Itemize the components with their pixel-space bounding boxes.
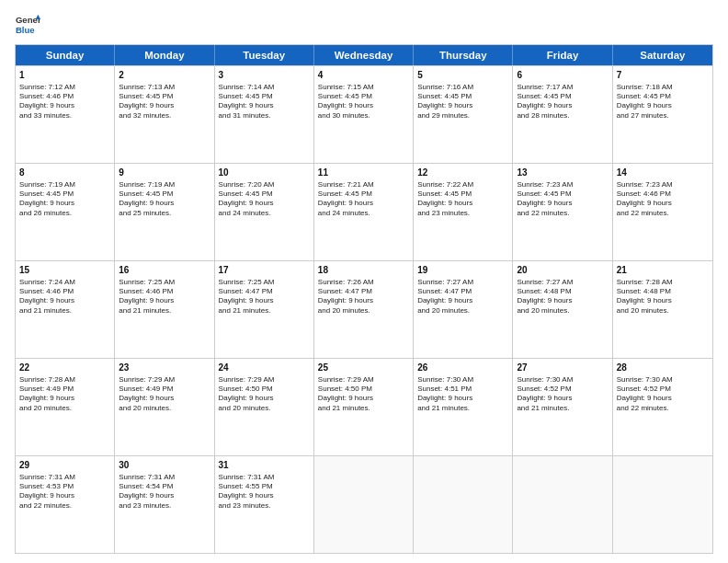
day-cell-31: 31Sunrise: 7:31 AM Sunset: 4:55 PM Dayli… [215,456,314,553]
day-number: 11 [318,167,409,179]
day-info: Sunrise: 7:16 AM Sunset: 4:45 PM Dayligh… [417,83,508,121]
day-number: 29 [19,459,110,472]
day-info: Sunrise: 7:27 AM Sunset: 4:47 PM Dayligh… [417,278,508,316]
day-number: 6 [517,69,608,82]
day-info: Sunrise: 7:31 AM Sunset: 4:53 PM Dayligh… [19,473,110,511]
day-info: Sunrise: 7:29 AM Sunset: 4:50 PM Dayligh… [219,375,310,414]
day-number: 20 [517,264,608,277]
day-info: Sunrise: 7:19 AM Sunset: 4:45 PM Dayligh… [19,180,110,219]
header-day-saturday: Saturday [613,45,712,65]
day-info: Sunrise: 7:14 AM Sunset: 4:45 PM Dayligh… [219,83,310,121]
day-info: Sunrise: 7:20 AM Sunset: 4:45 PM Dayligh… [219,180,310,219]
day-number: 18 [318,264,409,277]
day-number: 1 [19,69,110,82]
header-day-monday: Monday [115,45,214,65]
day-cell-19: 19Sunrise: 7:27 AM Sunset: 4:47 PM Dayli… [414,261,513,358]
day-number: 31 [219,459,310,472]
day-info: Sunrise: 7:12 AM Sunset: 4:46 PM Dayligh… [19,83,110,121]
day-cell-8: 8Sunrise: 7:19 AM Sunset: 4:45 PM Daylig… [16,164,115,260]
day-info: Sunrise: 7:31 AM Sunset: 4:55 PM Dayligh… [219,473,310,511]
day-info: Sunrise: 7:23 AM Sunset: 4:46 PM Dayligh… [617,180,709,219]
day-cell-3: 3Sunrise: 7:14 AM Sunset: 4:45 PM Daylig… [215,66,314,163]
day-cell-30: 30Sunrise: 7:31 AM Sunset: 4:54 PM Dayli… [115,456,214,553]
day-info: Sunrise: 7:26 AM Sunset: 4:47 PM Dayligh… [318,278,409,316]
day-cell-15: 15Sunrise: 7:24 AM Sunset: 4:46 PM Dayli… [16,261,115,358]
day-number: 9 [119,167,210,179]
day-number: 10 [219,167,310,179]
day-number: 5 [417,69,508,82]
logo-icon: General Blue [15,13,40,39]
day-cell-17: 17Sunrise: 7:25 AM Sunset: 4:47 PM Dayli… [215,261,314,358]
calendar-body: 1Sunrise: 7:12 AM Sunset: 4:46 PM Daylig… [16,65,712,553]
day-info: Sunrise: 7:21 AM Sunset: 4:45 PM Dayligh… [318,180,409,219]
day-number: 30 [119,459,210,472]
day-info: Sunrise: 7:28 AM Sunset: 4:49 PM Dayligh… [19,375,110,414]
day-cell-29: 29Sunrise: 7:31 AM Sunset: 4:53 PM Dayli… [16,456,115,553]
day-cell-27: 27Sunrise: 7:30 AM Sunset: 4:52 PM Dayli… [513,359,612,455]
day-number: 7 [617,69,709,82]
day-cell-21: 21Sunrise: 7:28 AM Sunset: 4:48 PM Dayli… [613,261,712,358]
day-cell-12: 12Sunrise: 7:22 AM Sunset: 4:45 PM Dayli… [414,164,513,260]
day-number: 3 [219,69,310,82]
day-number: 16 [119,264,210,277]
day-number: 13 [517,167,608,179]
day-number: 2 [119,69,210,82]
calendar-row-3: 15Sunrise: 7:24 AM Sunset: 4:46 PM Dayli… [16,260,712,358]
header-day-wednesday: Wednesday [314,45,414,65]
day-info: Sunrise: 7:30 AM Sunset: 4:52 PM Dayligh… [517,375,608,414]
day-number: 26 [417,362,508,374]
day-cell-4: 4Sunrise: 7:15 AM Sunset: 4:45 PM Daylig… [314,66,414,163]
day-number: 14 [617,167,709,179]
day-number: 23 [119,362,210,374]
day-info: Sunrise: 7:13 AM Sunset: 4:45 PM Dayligh… [119,83,210,121]
day-info: Sunrise: 7:17 AM Sunset: 4:45 PM Dayligh… [517,83,608,121]
day-info: Sunrise: 7:30 AM Sunset: 4:51 PM Dayligh… [417,375,508,414]
day-info: Sunrise: 7:22 AM Sunset: 4:45 PM Dayligh… [417,180,508,219]
day-number: 17 [219,264,310,277]
header: General Blue [15,13,713,39]
day-cell-13: 13Sunrise: 7:23 AM Sunset: 4:45 PM Dayli… [513,164,612,260]
day-cell-2: 2Sunrise: 7:13 AM Sunset: 4:45 PM Daylig… [115,66,214,163]
day-number: 21 [617,264,709,277]
page: General Blue SundayMondayTuesdayWednesda… [0,0,728,563]
day-cell-6: 6Sunrise: 7:17 AM Sunset: 4:45 PM Daylig… [513,66,612,163]
empty-cell [513,456,612,553]
day-number: 24 [219,362,310,374]
day-cell-23: 23Sunrise: 7:29 AM Sunset: 4:49 PM Dayli… [115,359,214,455]
day-cell-1: 1Sunrise: 7:12 AM Sunset: 4:46 PM Daylig… [16,66,115,163]
empty-cell [613,456,712,553]
day-info: Sunrise: 7:25 AM Sunset: 4:47 PM Dayligh… [219,278,310,316]
day-cell-10: 10Sunrise: 7:20 AM Sunset: 4:45 PM Dayli… [215,164,314,260]
svg-text:Blue: Blue [16,25,35,35]
day-info: Sunrise: 7:31 AM Sunset: 4:54 PM Dayligh… [119,473,210,511]
day-cell-18: 18Sunrise: 7:26 AM Sunset: 4:47 PM Dayli… [314,261,414,358]
day-number: 25 [318,362,409,374]
day-number: 28 [617,362,709,374]
day-info: Sunrise: 7:15 AM Sunset: 4:45 PM Dayligh… [318,83,409,121]
calendar-row-2: 8Sunrise: 7:19 AM Sunset: 4:45 PM Daylig… [16,163,712,260]
day-cell-11: 11Sunrise: 7:21 AM Sunset: 4:45 PM Dayli… [314,164,414,260]
day-cell-9: 9Sunrise: 7:19 AM Sunset: 4:45 PM Daylig… [115,164,214,260]
day-cell-20: 20Sunrise: 7:27 AM Sunset: 4:48 PM Dayli… [513,261,612,358]
day-cell-22: 22Sunrise: 7:28 AM Sunset: 4:49 PM Dayli… [16,359,115,455]
day-cell-28: 28Sunrise: 7:30 AM Sunset: 4:52 PM Dayli… [613,359,712,455]
day-number: 22 [19,362,110,374]
day-number: 19 [417,264,508,277]
day-info: Sunrise: 7:30 AM Sunset: 4:52 PM Dayligh… [617,375,709,414]
day-info: Sunrise: 7:27 AM Sunset: 4:48 PM Dayligh… [517,278,608,316]
day-cell-25: 25Sunrise: 7:29 AM Sunset: 4:50 PM Dayli… [314,359,414,455]
header-day-thursday: Thursday [414,45,513,65]
logo: General Blue [15,13,40,39]
day-cell-7: 7Sunrise: 7:18 AM Sunset: 4:45 PM Daylig… [613,66,712,163]
day-cell-16: 16Sunrise: 7:25 AM Sunset: 4:46 PM Dayli… [115,261,214,358]
calendar-row-1: 1Sunrise: 7:12 AM Sunset: 4:46 PM Daylig… [16,65,712,163]
calendar-header: SundayMondayTuesdayWednesdayThursdayFrid… [16,45,712,65]
day-info: Sunrise: 7:24 AM Sunset: 4:46 PM Dayligh… [19,278,110,316]
day-info: Sunrise: 7:29 AM Sunset: 4:49 PM Dayligh… [119,375,210,414]
header-day-tuesday: Tuesday [215,45,314,65]
day-number: 8 [19,167,110,179]
day-info: Sunrise: 7:29 AM Sunset: 4:50 PM Dayligh… [318,375,409,414]
day-cell-24: 24Sunrise: 7:29 AM Sunset: 4:50 PM Dayli… [215,359,314,455]
header-day-friday: Friday [513,45,612,65]
day-cell-26: 26Sunrise: 7:30 AM Sunset: 4:51 PM Dayli… [414,359,513,455]
